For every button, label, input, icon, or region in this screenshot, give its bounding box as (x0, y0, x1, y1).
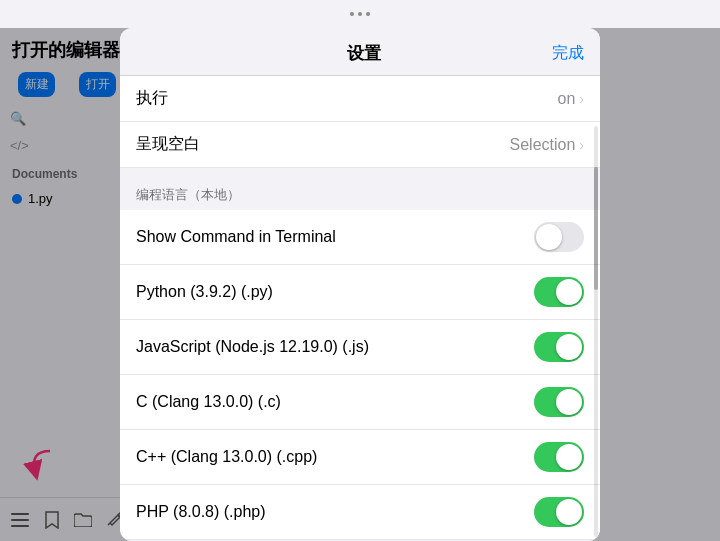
settings-section-local: Show Command in Terminal Python (3.9.2) … (120, 210, 600, 540)
scrollbar-track (594, 126, 598, 537)
modal-body[interactable]: 执行 on › 呈现空白 Selection › 编程语言（本地） (120, 76, 600, 541)
terminal-toggle-thumb (536, 224, 562, 250)
cpp-toggle-thumb (556, 444, 582, 470)
settings-row-php[interactable]: PHP (8.0.8) (.php) (120, 485, 600, 540)
javascript-toggle[interactable] (534, 332, 584, 362)
php-label: PHP (8.0.8) (.php) (136, 503, 266, 521)
modal-title: 设置 (176, 42, 552, 65)
top-center-dots (350, 12, 370, 16)
c-clang-label: C (Clang 13.0.0) (.c) (136, 393, 281, 411)
settings-modal: 设置 完成 执行 on › 呈现空白 Selection (120, 28, 600, 541)
modal-done-button[interactable]: 完成 (552, 43, 584, 64)
execute-value: on › (558, 90, 584, 108)
python-label: Python (3.9.2) (.py) (136, 283, 273, 301)
c-clang-toggle-thumb (556, 389, 582, 415)
terminal-label: Show Command in Terminal (136, 228, 336, 246)
scrollbar-thumb[interactable] (594, 167, 598, 290)
execute-chevron: › (579, 91, 584, 107)
settings-section-top: 执行 on › 呈现空白 Selection › (120, 76, 600, 168)
section-header-local: 编程语言（本地） (120, 168, 600, 210)
settings-row-terminal[interactable]: Show Command in Terminal (120, 210, 600, 265)
terminal-toggle[interactable] (534, 222, 584, 252)
python-toggle[interactable] (534, 277, 584, 307)
cpp-label: C++ (Clang 13.0.0) (.cpp) (136, 448, 317, 466)
whitespace-value: Selection › (510, 136, 585, 154)
php-toggle[interactable] (534, 497, 584, 527)
settings-row-execute[interactable]: 执行 on › (120, 76, 600, 122)
whitespace-label: 呈现空白 (136, 134, 200, 155)
execute-status: on (558, 90, 576, 108)
javascript-label: JavaScript (Node.js 12.19.0) (.js) (136, 338, 369, 356)
settings-row-whitespace[interactable]: 呈现空白 Selection › (120, 122, 600, 168)
php-toggle-thumb (556, 499, 582, 525)
cpp-toggle[interactable] (534, 442, 584, 472)
settings-row-c-clang[interactable]: C (Clang 13.0.0) (.c) (120, 375, 600, 430)
modal-header: 设置 完成 (120, 28, 600, 76)
whitespace-status: Selection (510, 136, 576, 154)
execute-label: 执行 (136, 88, 168, 109)
settings-row-python[interactable]: Python (3.9.2) (.py) (120, 265, 600, 320)
python-toggle-thumb (556, 279, 582, 305)
javascript-toggle-thumb (556, 334, 582, 360)
modal-overlay: 设置 完成 执行 on › 呈现空白 Selection (0, 28, 720, 541)
c-clang-toggle[interactable] (534, 387, 584, 417)
whitespace-chevron: › (579, 137, 584, 153)
settings-row-cpp[interactable]: C++ (Clang 13.0.0) (.cpp) (120, 430, 600, 485)
settings-row-javascript[interactable]: JavaScript (Node.js 12.19.0) (.js) (120, 320, 600, 375)
